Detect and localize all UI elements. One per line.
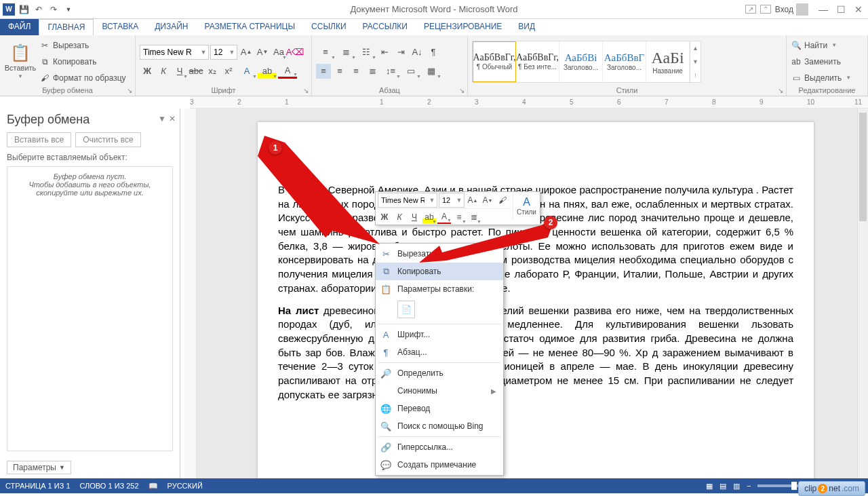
ctx-synonyms[interactable]: Синонимы▶ bbox=[376, 382, 503, 400]
indent-icon[interactable]: ⇥ bbox=[393, 45, 408, 60]
vertical-scrollbar[interactable] bbox=[857, 109, 868, 478]
view-read-icon[interactable]: ▦ bbox=[706, 482, 713, 491]
style-heading2[interactable]: АаБбВвГЗаголово... bbox=[603, 41, 646, 82]
dialog-launcher-icon[interactable]: ↘ bbox=[125, 86, 134, 94]
font-size-combo[interactable]: ▼ bbox=[210, 45, 237, 60]
paste-button[interactable]: 📋 Вставить ▼ bbox=[4, 38, 37, 85]
align-left-icon[interactable]: ≡ bbox=[316, 64, 331, 79]
mt-font-color-icon[interactable]: A▼ bbox=[437, 210, 451, 224]
align-right-icon[interactable]: ≡ bbox=[349, 64, 363, 79]
style-normal[interactable]: АаБбВвГг,¶ Обычный bbox=[473, 41, 516, 82]
style-heading1[interactable]: АаБбВіЗаголово... bbox=[559, 41, 603, 82]
view-print-icon[interactable]: ▤ bbox=[719, 482, 726, 491]
align-center-icon[interactable]: ≡ bbox=[332, 64, 347, 79]
read-mode-icon[interactable]: ↗ bbox=[745, 5, 756, 14]
horizontal-ruler[interactable]: 3211234567891011121314151617 bbox=[190, 96, 868, 109]
superscript-icon[interactable]: x² bbox=[221, 64, 236, 79]
numbering-icon[interactable]: ≣▼ bbox=[336, 45, 355, 60]
mt-styles-button[interactable]: AСтили bbox=[513, 192, 540, 219]
mt-numbering-icon[interactable]: ≣▼ bbox=[467, 210, 481, 224]
font-color-icon[interactable]: A▼ bbox=[278, 64, 297, 79]
ribbon-display-icon[interactable]: ⌃ bbox=[760, 5, 771, 14]
undo-icon[interactable]: ↶ bbox=[33, 3, 45, 16]
ctx-define[interactable]: 🔎Определить bbox=[376, 364, 503, 382]
pane-close-icon[interactable]: ✕ bbox=[169, 114, 176, 123]
qat-more-icon[interactable]: ▼ bbox=[62, 3, 75, 16]
ctx-bing-search[interactable]: 🔍Поиск с помощью Bing bbox=[376, 417, 503, 435]
maximize-icon[interactable]: ☐ bbox=[833, 3, 849, 16]
close-icon[interactable]: ✕ bbox=[850, 3, 867, 16]
tab-mailings[interactable]: РАССЫЛКИ bbox=[355, 19, 416, 35]
format-painter-button[interactable]: 🖌Формат по образцу bbox=[39, 71, 126, 85]
mt-format-painter-icon[interactable]: 🖌 bbox=[496, 193, 509, 207]
find-button[interactable]: 🔍Найти▼ bbox=[791, 38, 851, 53]
tab-file[interactable]: ФАЙЛ bbox=[0, 19, 39, 35]
view-web-icon[interactable]: ▥ bbox=[733, 482, 740, 491]
select-button[interactable]: ▭Выделить▼ bbox=[791, 71, 851, 85]
font-family-combo[interactable]: ▼ bbox=[140, 45, 209, 60]
borders-icon[interactable]: ▦▼ bbox=[422, 64, 441, 79]
sign-in-link[interactable]: Вход bbox=[775, 3, 808, 16]
subscript-icon[interactable]: x₂ bbox=[205, 64, 220, 79]
mt-grow-icon[interactable]: A▲ bbox=[466, 193, 479, 207]
paste-all-button[interactable]: Вставить все bbox=[7, 132, 71, 147]
sort-icon[interactable]: A↓ bbox=[410, 45, 425, 60]
mt-bullets-icon[interactable]: ≡▼ bbox=[452, 210, 466, 224]
tab-layout[interactable]: РАЗМЕТКА СТРАНИЦЫ bbox=[197, 19, 304, 35]
save-icon[interactable]: 💾 bbox=[18, 3, 30, 16]
style-title[interactable]: АаБіНазвание bbox=[646, 41, 690, 82]
shading-icon[interactable]: ▭▼ bbox=[401, 64, 420, 79]
ctx-paste-keep-text[interactable]: 📄 bbox=[397, 301, 415, 318]
status-language[interactable]: РУССКИЙ bbox=[167, 482, 203, 490]
clear-all-button[interactable]: Очистить все bbox=[75, 132, 140, 147]
tab-view[interactable]: ВИД bbox=[510, 19, 543, 35]
ctx-copy[interactable]: ⧉Копировать bbox=[376, 263, 503, 280]
outdent-icon[interactable]: ⇤ bbox=[377, 45, 392, 60]
pane-options-icon[interactable]: ▼ bbox=[158, 114, 166, 123]
grow-font-icon[interactable]: A▲ bbox=[239, 45, 254, 60]
zoom-out-icon[interactable]: − bbox=[747, 482, 751, 490]
status-page[interactable]: СТРАНИЦА 1 ИЗ 1 bbox=[5, 482, 71, 490]
tab-home[interactable]: ГЛАВНАЯ bbox=[39, 19, 94, 35]
minimize-icon[interactable]: — bbox=[815, 3, 831, 16]
multilevel-icon[interactable]: ☷▼ bbox=[357, 45, 376, 60]
ctx-translate[interactable]: 🌐Перевод bbox=[376, 400, 503, 417]
italic-icon[interactable]: К bbox=[156, 64, 171, 79]
redo-icon[interactable]: ↷ bbox=[47, 3, 60, 16]
vertical-ruler[interactable] bbox=[184, 109, 197, 478]
tab-review[interactable]: РЕЦЕНЗИРОВАНИЕ bbox=[416, 19, 510, 35]
change-case-icon[interactable]: Aa▼ bbox=[271, 45, 286, 60]
replace-button[interactable]: abЗаменить bbox=[791, 54, 851, 69]
clear-format-icon[interactable]: A⌫ bbox=[288, 45, 302, 60]
status-proof-icon[interactable]: 📖 bbox=[149, 482, 158, 491]
style-no-spacing[interactable]: АаБбВвГг,¶ Без инте... bbox=[516, 41, 559, 82]
cut-button[interactable]: ✂Вырезать bbox=[39, 38, 126, 53]
ctx-cut[interactable]: ✂Вырезать bbox=[376, 245, 503, 263]
styles-more-icon[interactable]: ▲▼⁝ bbox=[690, 41, 701, 82]
tab-references[interactable]: ССЫЛКИ bbox=[303, 19, 354, 35]
ctx-hyperlink[interactable]: 🔗Гиперссылка... bbox=[376, 438, 503, 456]
ctx-font[interactable]: AШрифт... bbox=[376, 326, 503, 343]
ctx-paragraph[interactable]: ¶Абзац... bbox=[376, 343, 503, 361]
dialog-launcher-icon[interactable]: ↘ bbox=[302, 86, 310, 94]
page[interactable]: В Европе, Северной Америке, Азии и в наш… bbox=[258, 122, 814, 478]
strike-icon[interactable]: abc bbox=[189, 64, 203, 79]
dialog-launcher-icon[interactable]: ↘ bbox=[458, 86, 466, 94]
copy-button[interactable]: ⧉Копировать bbox=[39, 54, 126, 69]
tab-insert[interactable]: ВСТАВКА bbox=[94, 19, 146, 35]
mt-bold-icon[interactable]: Ж bbox=[378, 210, 391, 224]
ctx-new-comment[interactable]: 💬Создать примечание bbox=[376, 456, 503, 474]
mt-shrink-icon[interactable]: A▼ bbox=[481, 193, 494, 207]
styles-gallery[interactable]: АаБбВвГг,¶ Обычный АаБбВвГг,¶ Без инте..… bbox=[472, 41, 701, 83]
status-words[interactable]: СЛОВО 1 ИЗ 252 bbox=[80, 482, 139, 490]
align-justify-icon[interactable]: ≣ bbox=[365, 64, 380, 79]
underline-icon[interactable]: Ч▼ bbox=[172, 64, 187, 79]
scrollbar-thumb[interactable] bbox=[859, 113, 867, 221]
dialog-launcher-icon[interactable]: ↘ bbox=[776, 86, 785, 94]
show-marks-icon[interactable]: ¶ bbox=[426, 45, 441, 60]
text-effects-icon[interactable]: A▼ bbox=[237, 64, 256, 79]
shrink-font-icon[interactable]: A▼ bbox=[255, 45, 270, 60]
mt-highlight-icon[interactable]: ab▼ bbox=[422, 210, 436, 224]
tab-design[interactable]: ДИЗАЙН bbox=[146, 19, 196, 35]
bullets-icon[interactable]: ≡▼ bbox=[316, 45, 335, 60]
